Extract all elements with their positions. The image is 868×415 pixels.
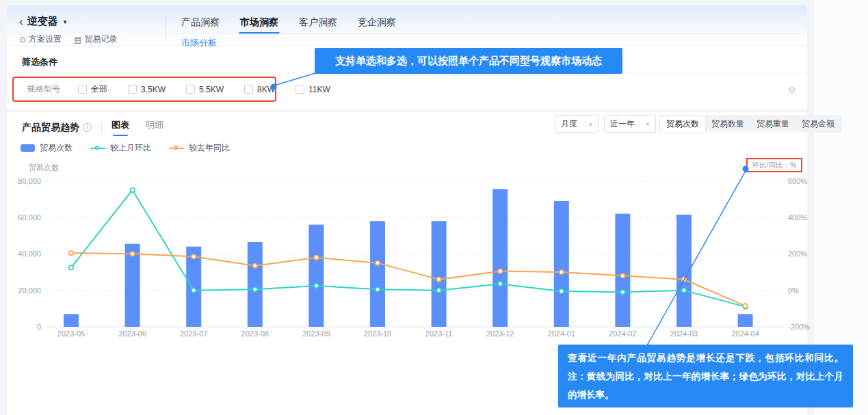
legend-line-swatch — [90, 145, 105, 152]
gear-icon[interactable]: ⚙ — [788, 85, 796, 95]
checkbox-label: 8KW — [257, 85, 275, 94]
legend-item-贸易次数[interactable]: 贸易次数 — [21, 142, 73, 154]
header-action-label: 贸易记录 — [84, 34, 117, 45]
range-select[interactable]: 近一年 ∨ — [604, 115, 656, 133]
view-tab-图表[interactable]: 图表 — [111, 119, 129, 136]
checkbox-icon — [128, 85, 137, 94]
page-title: 逆变器 — [27, 15, 58, 28]
checkbox-8KW[interactable]: 8KW — [244, 85, 275, 94]
metric-button-贸易金额[interactable]: 贸易金额 — [795, 116, 841, 132]
chevron-down-icon: ∨ — [646, 121, 650, 127]
header-action-方案设置[interactable]: ⊙方案设置 — [19, 34, 62, 45]
checkbox-icon — [295, 85, 304, 94]
chevron-down-icon: ∨ — [588, 121, 592, 127]
left-axis-title: 贸易次数 — [29, 163, 59, 173]
checkbox-label: 全部 — [91, 83, 107, 95]
chart-legend: 贸易次数较上月环比较去年同比 — [21, 142, 230, 154]
legend-item-较上月环比[interactable]: 较上月环比 — [90, 142, 151, 154]
spec-filter-row: 规格型号 全部3.5KW5.5KW8KW11KW — [27, 83, 351, 95]
legend-label: 较去年同比 — [189, 142, 230, 154]
filter-title: 筛选条件 — [22, 56, 57, 68]
tab-竞企洞察[interactable]: 竞企洞察 — [358, 16, 396, 34]
header-action-贸易记录[interactable]: ▤贸易记录 — [74, 34, 117, 45]
chart-header: 产品贸易趋势 i 图表明细 — [22, 119, 180, 136]
document-icon: ▤ — [74, 35, 81, 44]
legend-line-marker — [95, 146, 99, 150]
page-header: ‹ 逆变器 ▾ ⊙方案设置▤贸易记录 产品洞察市场洞察客户洞察竞企洞察 市场分析 — [7, 5, 807, 45]
header-action-label: 方案设置 — [29, 34, 62, 45]
metric-button-贸易重量[interactable]: 贸易重量 — [750, 116, 795, 132]
metric-button-贸易次数[interactable]: 贸易次数 — [660, 116, 705, 132]
tab-市场洞察[interactable]: 市场洞察 — [240, 16, 278, 34]
legend-label: 贸易次数 — [40, 142, 73, 154]
metric-button-贸易数量[interactable]: 贸易数量 — [705, 116, 750, 132]
header-divider — [166, 14, 166, 40]
legend-item-较去年同比[interactable]: 较去年同比 — [169, 142, 230, 154]
legend-line-marker — [174, 146, 178, 150]
right-axis-title-highlighted: 环比/同比：% — [746, 158, 802, 172]
view-tab-明细[interactable]: 明细 — [146, 119, 163, 136]
tabs-underline — [176, 33, 800, 34]
checkbox-label: 3.5KW — [141, 85, 166, 94]
checkbox-3.5KW[interactable]: 3.5KW — [128, 85, 166, 94]
checkbox-icon — [244, 85, 253, 94]
checkbox-label: 11KW — [308, 85, 330, 94]
tab-客户洞察[interactable]: 客户洞察 — [299, 16, 337, 34]
period-select-value: 月度 — [561, 118, 577, 130]
checkbox-全部[interactable]: 全部 — [78, 83, 107, 95]
main-tabs: 产品洞察市场洞察客户洞察竞企洞察 — [181, 16, 396, 34]
legend-line-swatch — [169, 145, 184, 152]
tab-产品洞察[interactable]: 产品洞察 — [181, 16, 220, 34]
target-icon: ⊙ — [19, 35, 26, 44]
metric-button-group: 贸易次数贸易数量贸易重量贸易金额 — [659, 115, 842, 133]
checkbox-label: 5.5KW — [199, 85, 224, 94]
legend-bar-swatch — [21, 144, 35, 152]
range-select-value: 近一年 — [610, 118, 635, 130]
info-icon[interactable]: i — [83, 123, 92, 132]
back-icon[interactable]: ‹ — [19, 16, 23, 27]
divider — [101, 122, 102, 133]
header-actions: ⊙方案设置▤贸易记录 — [19, 34, 117, 45]
legend-label: 较上月环比 — [110, 142, 151, 154]
chart-title: 产品贸易趋势 — [22, 122, 79, 134]
checkbox-11KW[interactable]: 11KW — [295, 85, 330, 94]
spec-filter-label: 规格型号 — [27, 83, 60, 95]
checkbox-icon — [78, 85, 87, 94]
checkbox-icon — [186, 85, 195, 94]
checkbox-5.5KW[interactable]: 5.5KW — [186, 85, 224, 94]
filter-tip-callout: 支持单选和多选，可以按照单个产品不同型号观察市场动态 — [315, 48, 622, 74]
breadcrumb: ‹ 逆变器 ▾ — [19, 15, 66, 28]
chevron-down-icon[interactable]: ▾ — [64, 18, 67, 25]
period-select[interactable]: 月度 ∨ — [555, 115, 599, 133]
axis-tip-callout: 查看近一年内产品贸易趋势是增长还是下跌，包括环比和同比。注：黄线为同比，对比上一… — [558, 345, 853, 407]
